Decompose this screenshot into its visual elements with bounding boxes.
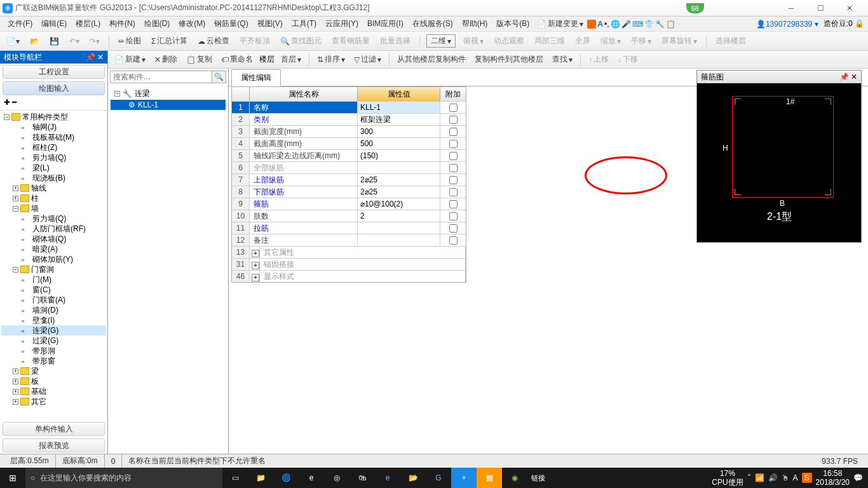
rename-button[interactable]: 🏷重命名 <box>219 53 255 66</box>
menu-cloud[interactable]: 云应用(Y) <box>322 17 362 30</box>
sum-button[interactable]: Σ 汇总计算 <box>149 34 190 48</box>
property-row[interactable]: 9箍筋⌀10@100(2) <box>232 198 466 210</box>
filter-button[interactable]: ▽过滤 ▾ <box>351 53 384 66</box>
tree-item[interactable]: +板 <box>1 376 106 386</box>
tree-item[interactable]: ▫带形洞 <box>1 346 106 356</box>
menu-edit[interactable]: 编辑(E) <box>37 17 71 30</box>
tree-item[interactable]: −墙 <box>1 203 106 214</box>
panel-pin-icon[interactable]: 📌 ✕ <box>839 71 857 83</box>
tree-item[interactable]: +其它 <box>1 396 106 407</box>
component-type-tree[interactable]: −常用构件类型▫轴网(J)▫筏板基础(M)▫框柱(Z)▫剪力墙(Q)▫梁(L)▫… <box>0 111 107 421</box>
undo-icon[interactable]: ↶▾ <box>67 36 82 47</box>
tree-item[interactable]: ▫暗梁(A) <box>1 244 106 254</box>
comp-tree-root[interactable]: − 🔧 连梁 <box>111 88 226 100</box>
search-input[interactable] <box>110 71 212 83</box>
tree-item[interactable]: ▫墙洞(D) <box>1 305 106 315</box>
new-comp-button[interactable]: 📄新建 ▾ <box>112 53 148 66</box>
property-row[interactable]: 8下部纵筋2⌀25 <box>232 186 466 198</box>
tree-item[interactable]: ▫门(M) <box>1 274 106 285</box>
property-row[interactable]: 12备注 <box>232 234 466 246</box>
menu-modify[interactable]: 修改(M) <box>175 17 209 30</box>
taskbar-app-store[interactable]: 🛍 <box>349 468 375 488</box>
tree-item[interactable]: ▫门联窗(A) <box>1 295 106 305</box>
pan-button[interactable]: 平移 ▾ <box>628 34 654 48</box>
taskbar-clock[interactable]: 16:582018/3/20 <box>816 469 850 487</box>
tree-item[interactable]: +轴线 <box>1 183 106 193</box>
tray-network-icon[interactable]: 📶 <box>755 473 764 482</box>
tray-volume-icon[interactable]: 🔊 <box>768 473 778 482</box>
top-view-button[interactable]: 俯视 ▾ <box>461 34 486 48</box>
start-button[interactable]: ⊞ <box>0 473 25 483</box>
zoom-button[interactable]: 缩放 ▾ <box>598 34 623 48</box>
tree-item[interactable]: ▫过梁(G) <box>1 336 106 346</box>
new-change-button[interactable]: 📄新建变更 ▾ <box>534 17 586 30</box>
tree-item[interactable]: ▫带形窗 <box>1 356 106 366</box>
cpu-meter[interactable]: 17%CPU使用 <box>712 469 743 487</box>
open-icon[interactable]: 📂 <box>27 36 42 47</box>
draw-input-button[interactable]: 绘图输入 <box>3 81 105 95</box>
project-settings-button[interactable]: 工程设置 <box>3 65 105 79</box>
grid-header-value[interactable]: 属性值 <box>358 87 440 101</box>
dynamic-view-button[interactable]: 动态观察 <box>491 34 527 48</box>
close-button[interactable]: ✕ <box>839 2 860 15</box>
tree-item[interactable]: ▫现浇板(B) <box>1 173 106 183</box>
component-tree[interactable]: − 🔧 连梁 ⚙ KLL-1 <box>108 85 228 454</box>
menu-online[interactable]: 在线服务(S) <box>409 17 457 30</box>
fullscreen-button[interactable]: 全屏 <box>573 34 593 48</box>
taskbar-app-orange[interactable]: ▦ <box>477 468 502 488</box>
notification-badge[interactable]: 68 <box>686 3 704 13</box>
ime-mic-icon[interactable]: 🎤 <box>621 20 631 29</box>
find-button[interactable]: 查找 ▾ <box>550 53 575 66</box>
move-down-button[interactable]: ↓下移 <box>615 53 641 66</box>
tree-item[interactable]: ▫框柱(Z) <box>1 142 106 152</box>
new-file-icon[interactable]: 📄▾ <box>4 36 22 47</box>
property-row[interactable]: 31+锚固搭接 <box>232 258 466 270</box>
property-row[interactable]: 6全部纵筋 <box>232 161 466 173</box>
ime-a-icon[interactable]: A <box>597 20 603 29</box>
tree-item[interactable]: ▫剪力墙(Q) <box>1 214 106 224</box>
batch-select-button[interactable]: 批量选择 <box>377 34 413 48</box>
menu-rebar[interactable]: 钢筋量(Q) <box>210 17 252 30</box>
report-preview-button[interactable]: 报表预览 <box>3 438 105 452</box>
taskbar-app-edge[interactable]: e <box>299 468 324 488</box>
taskbar-link[interactable]: 链接 <box>531 473 545 483</box>
taskbar-app-ie[interactable]: e <box>375 468 400 488</box>
menu-file[interactable]: 文件(F) <box>4 17 36 30</box>
task-view-icon[interactable]: ▭ <box>222 468 248 488</box>
tree-item[interactable]: ▫轴网(J) <box>1 122 106 132</box>
single-component-button[interactable]: 单构件输入 <box>3 422 105 436</box>
taskbar-app-1[interactable]: 📁 <box>248 468 273 488</box>
comp-tree-item[interactable]: ⚙ KLL-1 <box>111 100 226 110</box>
taskbar-app-explorer[interactable]: 📂 <box>400 468 426 488</box>
tree-item[interactable]: ▫剪力墙(Q) <box>1 152 106 163</box>
tray-lang-icon[interactable]: A <box>793 473 798 482</box>
ime-skin-icon[interactable]: 👕 <box>644 20 654 29</box>
pin-icon[interactable]: 📌 ✕ <box>86 53 104 62</box>
cloud-check-button[interactable]: ☁云检查 <box>195 34 232 48</box>
taskbar-app-plus[interactable]: + <box>451 468 477 488</box>
taskbar-app-g[interactable]: G <box>426 468 451 488</box>
tree-item[interactable]: ▫梁(L) <box>1 163 106 173</box>
ime-globe-icon[interactable]: 🌐 <box>611 20 620 29</box>
taskbar-app-green[interactable]: ◉ <box>502 468 527 488</box>
view-rebar-button[interactable]: 查看钢筋量 <box>329 34 372 48</box>
menu-tools[interactable]: 工具(T) <box>288 17 320 30</box>
floor-select[interactable]: 首层 ▾ <box>278 53 304 66</box>
tray-up-icon[interactable]: ˄ <box>747 473 751 482</box>
menu-draw[interactable]: 绘图(D) <box>140 17 174 30</box>
local-3d-button[interactable]: 局部三维 <box>532 34 567 48</box>
copy-button[interactable]: 📋复制 <box>184 53 215 66</box>
property-row[interactable]: 2类别框架连梁 <box>232 113 466 125</box>
collapse-icon[interactable]: ━ <box>12 98 17 107</box>
menu-view[interactable]: 视图(V) <box>254 17 287 30</box>
tray-battery-icon[interactable]: 🖱 <box>782 473 789 482</box>
user-id[interactable]: 👤13907298339 ▾ <box>756 20 818 29</box>
draw-button[interactable]: ✏绘图 <box>116 34 144 48</box>
ime-dot-icon[interactable]: •, <box>604 20 609 29</box>
minimize-button[interactable]: ─ <box>780 2 802 15</box>
menu-component[interactable]: 构件(N) <box>105 17 139 30</box>
maximize-button[interactable]: ☐ <box>810 2 831 15</box>
rotate-button[interactable]: 屏幕旋转 ▾ <box>659 34 700 48</box>
taskbar-app-spiral[interactable]: ◎ <box>324 468 349 488</box>
property-row[interactable]: 13+其它属性 <box>232 246 466 258</box>
